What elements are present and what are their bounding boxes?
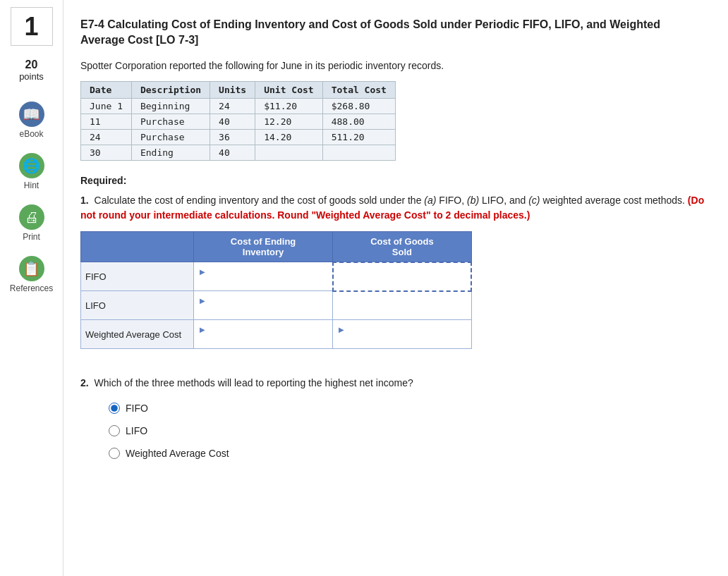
italic-a: (a) bbox=[424, 195, 436, 206]
radio-lifo[interactable] bbox=[109, 425, 120, 436]
points-box: 20 points bbox=[19, 59, 44, 82]
sidebar-item-ebook[interactable]: 📖 eBook bbox=[19, 102, 44, 139]
cell-total-cost bbox=[322, 145, 395, 160]
cell-desc: Ending bbox=[131, 145, 210, 160]
question2-body: Which of the three methods will lead to … bbox=[95, 377, 413, 388]
warning-text: (Do not round your intermediate calculat… bbox=[80, 195, 704, 221]
cell-total-cost: 511.20 bbox=[322, 129, 395, 145]
cell-desc: Purchase bbox=[131, 114, 210, 129]
ebook-label: eBook bbox=[19, 129, 43, 139]
print-label: Print bbox=[23, 232, 40, 242]
lifo-ending-inv-input[interactable] bbox=[200, 305, 327, 316]
triangle-marker-left: ▶ bbox=[200, 297, 205, 305]
label-wac: Weighted Average Cost bbox=[81, 320, 194, 349]
sidebar: 1 20 points 📖 eBook 🌐 Hint 🖨 Print 📋 Ref… bbox=[0, 0, 63, 576]
radio-option-wac[interactable]: Weighted Average Cost bbox=[109, 448, 705, 459]
fifo-ending-inv-cell[interactable]: ▶ bbox=[194, 262, 333, 291]
cell-units: 40 bbox=[210, 114, 255, 129]
label-fifo: FIFO bbox=[81, 262, 194, 291]
cell-total-cost: $268.80 bbox=[322, 98, 395, 114]
question-number: 1 bbox=[24, 12, 38, 42]
cell-units: 40 bbox=[210, 145, 255, 160]
italic-c: (c) bbox=[528, 195, 540, 206]
cell-desc: Beginning bbox=[131, 98, 210, 114]
cell-date: 30 bbox=[81, 145, 132, 160]
fifo-cogs-cell[interactable] bbox=[333, 262, 472, 291]
cell-date: 11 bbox=[81, 114, 132, 129]
inv-header-description: Description bbox=[131, 81, 210, 98]
table-row: 30 Ending 40 bbox=[81, 145, 396, 160]
answer-table: Cost of EndingInventory Cost of GoodsSol… bbox=[80, 231, 472, 350]
cell-desc: Purchase bbox=[131, 129, 210, 145]
inv-header-units: Units bbox=[210, 81, 255, 98]
question2-number: 2. bbox=[80, 377, 89, 388]
wac-ending-inv-cell[interactable]: ▶ bbox=[194, 320, 333, 349]
italic-b: (b) bbox=[467, 195, 479, 206]
points-label: points bbox=[19, 71, 44, 82]
cell-unit-cost bbox=[255, 145, 322, 160]
print-icon: 🖨 bbox=[19, 204, 44, 230]
table-row: Weighted Average Cost ▶ ▶ bbox=[81, 320, 472, 349]
answer-header-ending-inv: Cost of EndingInventory bbox=[194, 231, 333, 262]
radio-lifo-label: LIFO bbox=[126, 425, 147, 436]
table-row: June 1 Beginning 24 $11.20 $268.80 bbox=[81, 98, 396, 114]
radio-wac[interactable] bbox=[109, 448, 120, 459]
question-number-box: 1 bbox=[11, 7, 53, 46]
question1-text: 1. Calculate the cost of ending inventor… bbox=[80, 193, 705, 223]
problem-intro: Spotter Corporation reported the followi… bbox=[80, 60, 705, 71]
fifo-ending-inv-input[interactable] bbox=[200, 276, 327, 287]
cell-units: 36 bbox=[210, 129, 255, 145]
radio-fifo[interactable] bbox=[109, 403, 120, 414]
answer-header-cogs: Cost of GoodsSold bbox=[333, 231, 472, 262]
radio-fifo-label: FIFO bbox=[126, 403, 148, 414]
wac-cogs-input[interactable] bbox=[339, 334, 466, 345]
references-label: References bbox=[10, 283, 53, 293]
cell-unit-cost: 14.20 bbox=[255, 129, 322, 145]
inv-header-unit-cost: Unit Cost bbox=[255, 81, 322, 98]
inv-header-date: Date bbox=[81, 81, 132, 98]
radio-option-lifo[interactable]: LIFO bbox=[109, 425, 705, 436]
inventory-table: Date Description Units Unit Cost Total C… bbox=[80, 81, 396, 161]
answer-header-method bbox=[81, 231, 194, 262]
label-lifo: LIFO bbox=[81, 291, 194, 320]
question1-number: 1. bbox=[80, 195, 89, 206]
triangle-marker-left: ▶ bbox=[200, 268, 205, 276]
sidebar-item-references[interactable]: 📋 References bbox=[10, 256, 53, 293]
triangle-marker-left: ▶ bbox=[339, 326, 344, 333]
triangle-marker-left: ▶ bbox=[200, 326, 205, 333]
lifo-cogs-cell[interactable] bbox=[333, 291, 472, 320]
table-row: 11 Purchase 40 12.20 488.00 bbox=[81, 114, 396, 129]
fifo-cogs-input[interactable] bbox=[339, 271, 466, 282]
ebook-icon: 📖 bbox=[19, 102, 44, 127]
wac-cogs-cell[interactable]: ▶ bbox=[333, 320, 472, 349]
sidebar-item-hint[interactable]: 🌐 Hint bbox=[19, 153, 44, 190]
points-number: 20 bbox=[19, 59, 44, 71]
table-row: LIFO ▶ bbox=[81, 291, 472, 320]
wac-ending-inv-input[interactable] bbox=[200, 334, 327, 345]
hint-icon: 🌐 bbox=[19, 153, 44, 178]
inv-header-total-cost: Total Cost bbox=[322, 81, 395, 98]
table-row: 24 Purchase 36 14.20 511.20 bbox=[81, 129, 396, 145]
radio-option-fifo[interactable]: FIFO bbox=[109, 403, 705, 414]
main-content: E7-4 Calculating Cost of Ending Inventor… bbox=[63, 0, 728, 576]
lifo-cogs-input[interactable] bbox=[339, 300, 466, 311]
lifo-ending-inv-cell[interactable]: ▶ bbox=[194, 291, 333, 320]
cell-date: June 1 bbox=[81, 98, 132, 114]
table-row: FIFO ▶ bbox=[81, 262, 472, 291]
radio-group: FIFO LIFO Weighted Average Cost bbox=[80, 403, 705, 459]
cell-unit-cost: $11.20 bbox=[255, 98, 322, 114]
cell-total-cost: 488.00 bbox=[322, 114, 395, 129]
problem-title: E7-4 Calculating Cost of Ending Inventor… bbox=[80, 17, 705, 49]
cell-units: 24 bbox=[210, 98, 255, 114]
sidebar-item-print[interactable]: 🖨 Print bbox=[19, 204, 44, 242]
question2-text: 2. Which of the three methods will lead … bbox=[80, 377, 705, 388]
required-label: Required: bbox=[80, 175, 705, 186]
cell-unit-cost: 12.20 bbox=[255, 114, 322, 129]
hint-label: Hint bbox=[24, 180, 39, 190]
cell-date: 24 bbox=[81, 129, 132, 145]
radio-wac-label: Weighted Average Cost bbox=[126, 448, 229, 459]
references-icon: 📋 bbox=[19, 256, 44, 281]
